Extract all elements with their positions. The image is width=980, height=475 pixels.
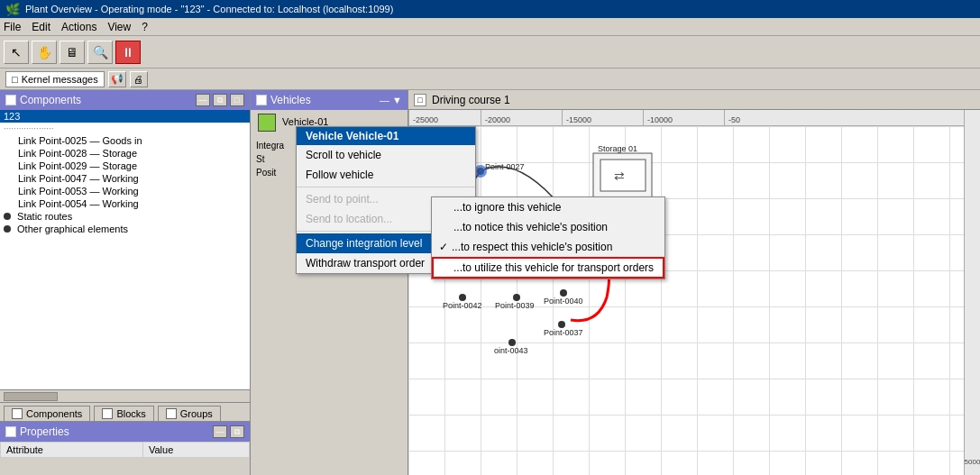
ruler-mark-20000: -20000 bbox=[481, 110, 562, 125]
label-0040: Point-0040 bbox=[544, 297, 583, 306]
vehicles-panel: Vehicles — ▼ Vehicle-01 Integra St bbox=[251, 90, 408, 475]
comp-item-lp0029[interactable]: Link Point-0029 — Storage bbox=[0, 160, 250, 172]
components-icon bbox=[5, 95, 16, 105]
comp-item-header: ···················· bbox=[0, 123, 250, 134]
minimize-button[interactable]: — bbox=[196, 94, 210, 106]
properties-table: Attribute Value bbox=[0, 442, 250, 458]
components-controls: — ⧉ □ bbox=[196, 94, 244, 106]
properties-panel: Properties — ⧉ Attribute Value bbox=[0, 421, 250, 475]
driving-course-header: □ Driving course 1 bbox=[408, 90, 980, 110]
properties-header: Properties — ⧉ bbox=[0, 422, 250, 442]
right-area: Vehicles — ▼ Vehicle-01 Integra St bbox=[251, 90, 980, 475]
vehicles-header: Vehicles — ▼ bbox=[251, 90, 408, 110]
comp-item-lp0028[interactable]: Link Point-0028 — Storage bbox=[0, 147, 250, 160]
comp-item-lp0053[interactable]: Link Point-0053 — Working bbox=[0, 185, 250, 197]
menu-help[interactable]: ? bbox=[142, 21, 148, 33]
driving-course-title: Driving course 1 bbox=[432, 94, 510, 106]
kernel-print-button[interactable]: 🖨 bbox=[130, 71, 148, 87]
ruler-mark-10000: -10000 bbox=[643, 110, 724, 125]
scroll-thumb[interactable] bbox=[4, 392, 58, 401]
vehicles-dropdown[interactable]: ▼ bbox=[392, 95, 402, 105]
properties-icon bbox=[5, 426, 16, 437]
comp-item-lp0054[interactable]: Link Point-0054 — Working bbox=[0, 197, 250, 210]
left-panel: Components — ⧉ □ 123 ···················… bbox=[0, 90, 251, 475]
grid-canvas: Point-0027 Point-0026 Point-0030 Point-0… bbox=[408, 126, 980, 475]
tab-components[interactable]: Components bbox=[4, 406, 90, 421]
maximize-button[interactable]: □ bbox=[230, 94, 244, 106]
menu-edit[interactable]: Edit bbox=[32, 21, 50, 33]
comp-item-static-routes[interactable]: Static routes bbox=[0, 210, 250, 223]
tab-blocks[interactable]: Blocks bbox=[94, 406, 153, 421]
props-minimize-button[interactable]: — bbox=[213, 425, 227, 438]
pointer-tool-button[interactable]: ↖ bbox=[4, 41, 29, 64]
exchange-icon: ⇄ bbox=[614, 169, 625, 183]
search-tool-button[interactable]: 🔍 bbox=[87, 41, 113, 64]
comp-item-lp0025[interactable]: Link Point-0025 — Goods in bbox=[0, 134, 250, 147]
submenu: ...to ignore this vehicle ...to notice t… bbox=[431, 196, 665, 279]
vehicle-icon-01 bbox=[258, 114, 276, 132]
label-0042: Point-0042 bbox=[443, 301, 482, 310]
kernel-sound-button[interactable]: 📢 bbox=[108, 71, 126, 87]
point-0039-circle bbox=[513, 294, 520, 301]
storage-01-label: Storage 01 bbox=[598, 144, 637, 153]
kernel-bar: □ Kernel messages 📢 🖨 bbox=[0, 69, 980, 90]
label-0037: Point-0037 bbox=[544, 328, 583, 337]
value-column-header: Value bbox=[142, 443, 249, 458]
submenu-ignore[interactable]: ...to ignore this vehicle bbox=[432, 197, 664, 217]
bottom-tabs: Components Blocks Groups bbox=[0, 402, 250, 421]
label-0039: Point-0039 bbox=[495, 301, 535, 310]
submenu-notice[interactable]: ...to notice this vehicle's position bbox=[432, 217, 664, 237]
groups-tab-icon bbox=[166, 408, 177, 419]
horizontal-scrollbar[interactable] bbox=[0, 389, 250, 402]
horizontal-ruler: -25000 -20000 -15000 -10000 bbox=[408, 110, 980, 126]
label-0043: oint-0043 bbox=[494, 346, 528, 355]
components-list: 123 ···················· Link Point-0025… bbox=[0, 110, 250, 389]
ctx-follow-vehicle[interactable]: Follow vehicle bbox=[297, 165, 475, 185]
comp-item-123[interactable]: 123 bbox=[0, 110, 250, 123]
attr-column-header: Attribute bbox=[1, 443, 143, 458]
hand-tool-button[interactable]: ✋ bbox=[32, 41, 57, 64]
menu-bar: File Edit Actions View ? bbox=[0, 18, 980, 36]
canvas-svg: Point-0027 Point-0026 Point-0030 Point-0… bbox=[408, 126, 980, 475]
content-area: Components — ⧉ □ 123 ···················… bbox=[0, 90, 980, 475]
menu-file[interactable]: File bbox=[4, 21, 21, 33]
other-elements-dot bbox=[4, 225, 11, 233]
kernel-messages-box: □ Kernel messages bbox=[5, 71, 105, 87]
submenu-utilize[interactable]: ...to utilize this vehicle for transport… bbox=[432, 257, 664, 279]
vehicles-icon bbox=[256, 95, 267, 105]
ctx-menu-header: Vehicle Vehicle-01 bbox=[297, 127, 475, 145]
app-icon: 🌿 bbox=[5, 3, 20, 16]
tab-groups[interactable]: Groups bbox=[158, 406, 221, 421]
ctx-scroll-to-vehicle[interactable]: Scroll to vehicle bbox=[297, 145, 475, 165]
pause-tool-button[interactable]: ⏸ bbox=[115, 41, 141, 64]
static-routes-dot bbox=[4, 213, 11, 220]
main-layout: □ Kernel messages 📢 🖨 Components — ⧉ □ 1… bbox=[0, 69, 980, 475]
monitor-icon: □ bbox=[12, 74, 18, 85]
props-maximize-button[interactable]: ⧉ bbox=[230, 425, 244, 438]
driving-course-icon: □ bbox=[414, 94, 426, 106]
comp-item-other-elements[interactable]: Other graphical elements bbox=[0, 223, 250, 235]
toolbar: ↖ ✋ 🖥 🔍 ⏸ bbox=[0, 36, 980, 69]
kernel-messages-label: Kernel messages bbox=[22, 74, 98, 85]
submenu-respect[interactable]: ✓ ...to respect this vehicle's position bbox=[432, 237, 664, 257]
point-0042-circle bbox=[459, 294, 466, 301]
vehicles-minus[interactable]: — bbox=[380, 95, 389, 105]
vertical-scale: 5000 bbox=[964, 110, 980, 475]
label-0027: Point-0027 bbox=[485, 162, 525, 171]
menu-actions[interactable]: Actions bbox=[61, 21, 96, 33]
components-header: Components — ⧉ □ bbox=[0, 90, 250, 110]
ruler-mark-15000: -15000 bbox=[562, 110, 643, 125]
blocks-tab-icon bbox=[102, 408, 113, 419]
components-tab-icon bbox=[12, 408, 23, 419]
monitor-tool-button[interactable]: 🖥 bbox=[60, 41, 85, 64]
properties-controls: — ⧉ bbox=[213, 425, 244, 438]
title-text: Plant Overview - Operating mode - "123" … bbox=[25, 4, 393, 14]
point-0037-circle bbox=[558, 321, 565, 328]
canvas-content[interactable]: -25000 -20000 -15000 -10000 bbox=[408, 110, 980, 475]
restore-button[interactable]: ⧉ bbox=[213, 94, 227, 106]
menu-view[interactable]: View bbox=[107, 21, 131, 33]
vehicles-header-controls: — ▼ bbox=[380, 95, 402, 105]
comp-item-lp0047[interactable]: Link Point-0047 — Working bbox=[0, 172, 250, 185]
checkmark-icon: ✓ bbox=[439, 241, 448, 253]
point-0043-circle bbox=[508, 339, 516, 346]
